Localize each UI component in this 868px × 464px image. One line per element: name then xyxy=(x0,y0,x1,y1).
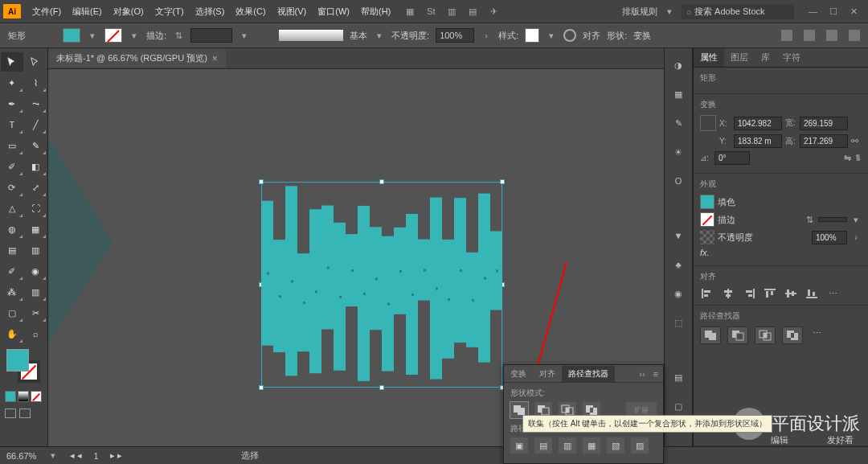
tab-properties[interactable]: 属性 xyxy=(694,48,724,67)
align-right-icon[interactable] xyxy=(742,287,756,300)
pf-intersect-icon[interactable] xyxy=(755,326,776,344)
screen-mode-full-icon[interactable] xyxy=(19,409,31,418)
fill-color-icon[interactable] xyxy=(6,349,29,372)
rectangle-tool[interactable]: ▭ xyxy=(1,136,23,155)
lasso-tool[interactable]: ⌇ xyxy=(25,73,47,92)
rocket-icon[interactable]: ✈ xyxy=(487,5,500,18)
stroke-swatch-panel[interactable] xyxy=(700,212,714,227)
ctrlbar-icon-4[interactable] xyxy=(849,30,860,41)
arrange-icon[interactable]: ▥ xyxy=(445,5,458,18)
eyedropper-tool[interactable]: ✐ xyxy=(1,261,23,281)
stroke-stepper-icon[interactable]: ⇅ xyxy=(173,30,184,41)
free-transform-tool[interactable]: ⛶ xyxy=(25,199,47,218)
align-left-icon[interactable] xyxy=(700,287,714,300)
symbols-panel-icon[interactable]: ☀ xyxy=(671,145,686,159)
reference-point-icon[interactable] xyxy=(700,115,716,131)
perspective-tool[interactable]: ▦ xyxy=(25,220,47,239)
zoom-dd-icon[interactable]: ▾ xyxy=(47,450,59,462)
tab-layers[interactable]: 图层 xyxy=(724,48,755,67)
menu-view[interactable]: 视图(V) xyxy=(272,2,312,21)
stroke-weight-dd-icon[interactable]: ▾ xyxy=(239,30,250,41)
ctrlbar-icon-3[interactable] xyxy=(826,30,837,41)
transparency-panel-icon[interactable]: ♣ xyxy=(671,257,686,272)
window-maximize-icon[interactable]: ☐ xyxy=(829,6,839,16)
menu-object[interactable]: 对象(O) xyxy=(108,2,149,21)
color-mode-fill-icon[interactable] xyxy=(5,391,16,402)
flip-h-icon[interactable]: ⇋ xyxy=(844,153,851,163)
stroke-dd-icon[interactable]: ▾ xyxy=(129,30,140,41)
align-bottom-icon[interactable] xyxy=(805,287,819,300)
mesh-tool[interactable]: ▤ xyxy=(1,240,23,260)
menu-type[interactable]: 文字(T) xyxy=(150,2,189,21)
stroke-weight-stepper-icon[interactable]: ⇅ xyxy=(804,214,815,225)
opacity-swatch-icon[interactable] xyxy=(700,230,714,244)
pf-minus-front-icon[interactable] xyxy=(727,326,748,344)
tab-libraries[interactable]: 库 xyxy=(755,48,776,67)
pathfinder-floating-panel[interactable]: 变换 对齐 路径查找器 ›› ≡ 形状模式: 扩展 路径查找器: ▣ ▤ ▥ ▦… xyxy=(503,364,664,464)
document-tab-close-icon[interactable]: × xyxy=(212,53,218,64)
layers-panel-icon[interactable]: ▤ xyxy=(671,370,686,384)
brushes-panel-icon[interactable]: ✎ xyxy=(671,116,686,130)
tab-character[interactable]: 字符 xyxy=(776,48,807,67)
y-input[interactable]: 183.82 m xyxy=(734,134,782,148)
document-tab[interactable]: 未标题-1* @ 66.67% (RGB/GPU 预览) × xyxy=(48,49,226,68)
menu-edit[interactable]: 编辑(E) xyxy=(68,2,107,21)
selection-bounding-box[interactable] xyxy=(261,182,502,388)
pf-tab-pathfinder[interactable]: 路径查找器 xyxy=(562,366,615,382)
style-swatch[interactable] xyxy=(525,28,539,43)
brush-dd-icon[interactable]: ▾ xyxy=(374,30,385,41)
shape2-link[interactable]: 形状: xyxy=(607,30,627,42)
ctrlbar-icon-2[interactable] xyxy=(804,30,815,41)
width-tool[interactable]: △ xyxy=(1,199,23,218)
stroke-swatch[interactable] xyxy=(104,28,122,43)
pf-minus-back-icon[interactable]: ▨ xyxy=(631,437,649,454)
fill-swatch-panel[interactable] xyxy=(700,195,714,209)
selection-tool[interactable] xyxy=(1,52,23,72)
gpulabel-icon[interactable]: ▤ xyxy=(466,5,479,18)
stroke-weight-panel-dd-icon[interactable]: ▾ xyxy=(850,214,862,225)
opacity-dd-icon[interactable]: › xyxy=(481,30,492,41)
pf-tab-transform[interactable]: 变换 xyxy=(504,366,533,382)
stroke-weight-input[interactable] xyxy=(190,28,232,43)
screen-mode-normal-icon[interactable] xyxy=(5,409,16,418)
x-input[interactable]: 1042.982 xyxy=(734,117,782,130)
pen-tool[interactable]: ✒ xyxy=(1,94,23,113)
pf-menu-icon[interactable]: ≡ xyxy=(649,369,663,379)
layout-rules-label[interactable]: 排版规则 xyxy=(622,6,657,18)
fill-swatch[interactable] xyxy=(63,28,80,43)
graphic-styles-panel-icon[interactable]: ⬚ xyxy=(671,315,686,330)
appearance-panel-icon[interactable]: ◉ xyxy=(671,286,686,301)
shape-builder-tool[interactable]: ◍ xyxy=(1,220,23,239)
style-dd-icon[interactable]: ▾ xyxy=(546,30,557,41)
align-link[interactable]: 对齐 xyxy=(583,30,600,42)
brush-label[interactable]: 基本 xyxy=(350,30,367,42)
menu-window[interactable]: 窗口(W) xyxy=(313,2,354,21)
direct-selection-tool[interactable] xyxy=(25,52,47,72)
rotate-tool[interactable]: ⟳ xyxy=(1,178,23,197)
zoom-level[interactable]: 66.67% xyxy=(6,451,36,461)
pf-crop-icon[interactable]: ▦ xyxy=(583,437,600,454)
layout-dropdown-icon[interactable]: ▾ xyxy=(664,6,675,17)
opacity-panel-input[interactable]: 100% xyxy=(812,231,847,244)
pf-unite-icon[interactable] xyxy=(700,326,721,344)
menu-select[interactable]: 选择(S) xyxy=(190,2,230,21)
pf-trim-icon[interactable]: ▤ xyxy=(534,437,552,454)
pf-tab-align[interactable]: 对齐 xyxy=(533,366,562,382)
pf-more-icon[interactable]: ⋯ xyxy=(809,326,824,339)
align-vcenter-icon[interactable] xyxy=(784,287,798,300)
fill-stroke-control[interactable] xyxy=(6,349,40,383)
opacity-panel-dd-icon[interactable]: › xyxy=(850,232,862,243)
artboard-nav-prev-icon[interactable]: ◂ ◂ xyxy=(70,450,82,461)
gradient-panel-icon[interactable]: ▼ xyxy=(671,228,686,243)
w-input[interactable]: 269.159 xyxy=(800,117,848,130)
blend-tool[interactable]: ◉ xyxy=(25,261,47,281)
hand-tool[interactable]: ✋ xyxy=(1,324,23,343)
magic-wand-tool[interactable]: ✦ xyxy=(1,73,23,92)
fill-dd-icon[interactable]: ▾ xyxy=(87,30,98,41)
type-tool[interactable]: T xyxy=(1,115,23,134)
h-input[interactable]: 217.269 xyxy=(800,134,848,148)
pf-outline-icon[interactable]: ▧ xyxy=(607,437,624,454)
line-tool[interactable]: ╱ xyxy=(25,115,47,134)
opacity-input[interactable]: 100% xyxy=(436,28,474,43)
symbol-sprayer-tool[interactable]: ⁂ xyxy=(1,282,23,302)
